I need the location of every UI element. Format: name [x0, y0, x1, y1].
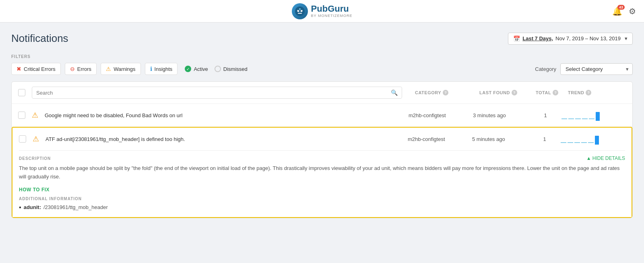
col-header-total: TOTAL ?: [536, 90, 568, 95]
settings-button[interactable]: ⚙: [629, 6, 636, 16]
filter-chip-insights[interactable]: ℹ Insights: [145, 63, 178, 75]
category-select-wrapper: Select Category: [560, 63, 633, 75]
filter-chip-critical-errors[interactable]: ✖ Critical Errors: [11, 63, 61, 75]
radio-dismissed[interactable]: Dismissed: [215, 66, 248, 72]
select-all-checkbox[interactable]: [18, 89, 25, 96]
filter-label-warnings: Warnings: [114, 66, 135, 72]
filter-label-critical: Critical Errors: [24, 66, 56, 72]
chevron-down-icon: ▾: [625, 35, 627, 41]
row-lastfound-1: 3 minutes ago: [473, 112, 529, 118]
row-category-2: m2hb-configtest: [408, 136, 472, 142]
filters-row: ✖ Critical Errors ⊖ Errors ⚠ Warnings ℹ …: [11, 63, 633, 75]
page-title: Notifications: [11, 32, 68, 45]
radio-active[interactable]: ✓ Active: [185, 66, 208, 72]
notifications-button[interactable]: 🔔 43: [612, 6, 622, 16]
row-warning-icon-2: ⚠: [33, 135, 39, 143]
col-header-trend: TREND ?: [568, 90, 616, 95]
details-description: The top unit on a mobile page should be …: [19, 164, 625, 181]
filters-label: FILTERS: [11, 54, 633, 59]
trend-dash: [581, 142, 587, 143]
date-range-value: Nov 7, 2019 – Nov 13, 2019: [555, 35, 621, 41]
main-content: Notifications 📅 Last 7 Days, Nov 7, 2019…: [0, 23, 644, 228]
status-radio-group: ✓ Active Dismissed: [185, 66, 247, 72]
trend-bar: [596, 112, 600, 121]
filters-section: FILTERS ✖ Critical Errors ⊖ Errors ⚠ War…: [11, 54, 633, 75]
error-icon: ⊖: [70, 66, 75, 72]
logo-icon: [292, 3, 308, 19]
row-total-2: 1: [528, 136, 561, 142]
help-icon-total: ?: [553, 90, 558, 95]
row-category-1: m2hb-configtest: [409, 112, 473, 118]
radio-active-dot: ✓: [185, 66, 191, 72]
search-box: 🔍: [32, 87, 402, 99]
row-total-1: 1: [529, 112, 561, 118]
svg-point-0: [295, 6, 305, 16]
trend-dash: [582, 118, 588, 119]
row-lastfound-2: 5 minutes ago: [472, 136, 528, 142]
top-nav: PubGuru by MONETIZEMORE 🔔 43 ⚙: [0, 0, 644, 23]
trend-visual-1: [561, 110, 600, 121]
filter-chip-errors[interactable]: ⊖ Errors: [65, 63, 97, 75]
notification-badge: 43: [617, 5, 625, 10]
info-value: /23081961/ttg_mob_header: [43, 204, 108, 210]
trend-dash: [589, 118, 594, 119]
critical-icon: ✖: [17, 66, 21, 72]
search-input[interactable]: [36, 90, 388, 96]
date-range-picker[interactable]: 📅 Last 7 Days, Nov 7, 2019 – Nov 13, 201…: [508, 33, 633, 45]
warning-icon: ⚠: [106, 66, 111, 72]
radio-dismissed-label: Dismissed: [223, 66, 248, 72]
info-icon: ℹ: [150, 66, 152, 72]
filter-label-errors: Errors: [77, 66, 91, 72]
table-row[interactable]: ⚠ Google might need to be disabled, Foun…: [12, 104, 632, 127]
svg-rect-3: [298, 13, 302, 14]
trend-dash: [561, 118, 567, 119]
description-label: DESCRIPTION: [19, 156, 51, 161]
radio-active-label: Active: [194, 66, 208, 72]
col-header-lastfound: LAST FOUND ?: [479, 90, 536, 95]
help-icon-lastfound: ?: [512, 90, 517, 95]
details-divider: [19, 150, 625, 151]
svg-point-5: [298, 10, 299, 10]
additional-info-label: ADDITIONAL INFORMATION: [19, 197, 625, 201]
bullet-icon: ▪: [19, 204, 21, 211]
trend-bar-2: [595, 136, 599, 145]
row-1-data: m2hb-configtest 3 minutes ago 1: [409, 110, 626, 121]
trend-dash: [568, 142, 573, 143]
row-message-2: ATF ad-unit[/23081961/ttg_mob_header] is…: [45, 136, 401, 142]
help-icon-category: ?: [443, 90, 448, 95]
table-row[interactable]: ⚠ ATF ad-unit[/23081961/ttg_mob_header] …: [12, 128, 632, 150]
category-select[interactable]: Select Category: [560, 63, 633, 75]
date-range-label: Last 7 Days,: [522, 35, 553, 41]
search-row: 🔍 CATEGORY ? LAST FOUND ? TOTAL ? TREND …: [12, 82, 632, 104]
logo: PubGuru by MONETIZEMORE: [292, 3, 353, 19]
row-warning-icon: ⚠: [32, 111, 38, 120]
row-checkbox-1[interactable]: [18, 112, 25, 119]
filter-label-insights: Insights: [155, 66, 173, 72]
calendar-icon: 📅: [513, 35, 520, 42]
expanded-details: DESCRIPTION ▲ HIDE DETAILS The top unit …: [12, 150, 632, 217]
row-checkbox-2[interactable]: [19, 135, 26, 143]
info-key: adunit:: [24, 204, 41, 210]
brand-name: PubGuru: [311, 4, 353, 14]
radio-dismissed-dot: [215, 66, 221, 72]
search-icon: 🔍: [391, 89, 398, 96]
help-icon-trend: ?: [586, 90, 591, 95]
logo-text: PubGuru by MONETIZEMORE: [311, 4, 353, 18]
trend-dash: [568, 118, 574, 119]
svg-rect-4: [299, 8, 301, 10]
trend-visual-2: [561, 133, 599, 145]
trend-dash: [575, 118, 581, 119]
notifications-table: 🔍 CATEGORY ? LAST FOUND ? TOTAL ? TREND …: [11, 81, 633, 218]
brand-sub: by MONETIZEMORE: [311, 14, 353, 18]
category-filter: Category Select Category: [535, 63, 633, 75]
page-header: Notifications 📅 Last 7 Days, Nov 7, 2019…: [11, 32, 633, 45]
hide-details-button[interactable]: ▲ HIDE DETAILS: [586, 155, 625, 161]
trend-dash: [561, 142, 566, 143]
how-to-fix-label[interactable]: HOW TO FIX: [19, 187, 625, 193]
column-headers: CATEGORY ? LAST FOUND ? TOTAL ? TREND ?: [409, 90, 626, 95]
row-message-1: Google might need to be disabled, Found …: [45, 112, 402, 118]
filter-chip-warnings[interactable]: ⚠ Warnings: [101, 63, 140, 75]
nav-icons: 🔔 43 ⚙: [612, 6, 636, 16]
category-label: Category: [535, 66, 556, 72]
row-trend-2: [561, 133, 609, 145]
